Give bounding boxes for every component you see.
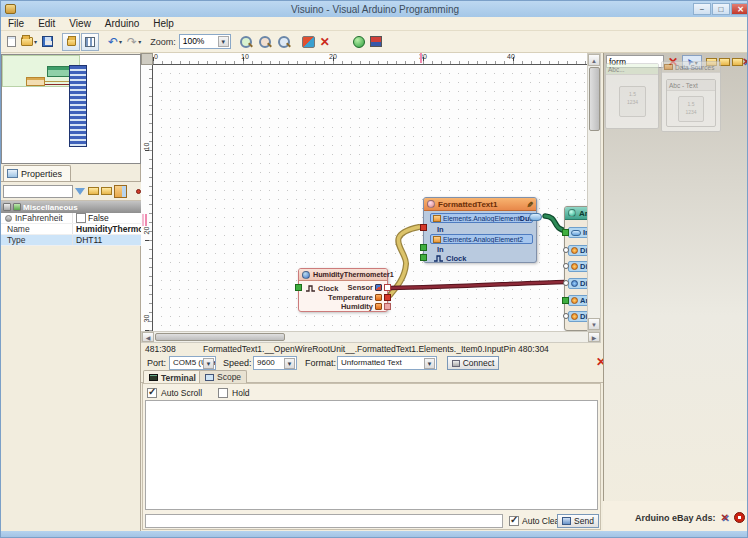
format-select[interactable]: Unformatted Text ▼ bbox=[337, 356, 437, 370]
arduino-serial-in-row[interactable]: In bbox=[568, 227, 587, 238]
arduino-analog-row[interactable]: Anal bbox=[568, 295, 587, 306]
vertical-scroll-thumb[interactable] bbox=[589, 67, 600, 131]
toggle-grid-button[interactable] bbox=[81, 33, 99, 51]
properties-filter-input[interactable] bbox=[3, 185, 73, 198]
wire-temperature-outline bbox=[390, 227, 419, 295]
zoom-in-button[interactable] bbox=[237, 33, 255, 51]
menu-view[interactable]: View bbox=[62, 18, 98, 29]
design-canvas[interactable]: FormattedText1 ✎ Elements.AnalogElement1… bbox=[153, 65, 587, 331]
element-analogelement2[interactable]: Elements.AnalogElement2 bbox=[430, 234, 533, 244]
build-upload-button[interactable] bbox=[300, 33, 317, 51]
maximize-button[interactable]: □ bbox=[712, 3, 730, 15]
terminal-output[interactable] bbox=[145, 400, 598, 510]
undo-icon: ↶ bbox=[108, 37, 118, 47]
arduino-digital-row[interactable]: Digit bbox=[568, 245, 587, 256]
menu-arduino[interactable]: Arduino bbox=[98, 18, 146, 29]
pin-label-in2: In bbox=[437, 245, 444, 254]
toggle-properties-button[interactable] bbox=[62, 33, 80, 51]
auto-scroll-checkbox[interactable] bbox=[147, 388, 157, 398]
wire-temperature-to-in[interactable] bbox=[390, 227, 419, 295]
canvas-horizontal-scrollbar[interactable]: ◀ ▶ bbox=[141, 331, 601, 343]
arduino-digital-pin[interactable] bbox=[563, 247, 569, 253]
title-bar: Visuino - Visual Arduino Programming − □… bbox=[1, 1, 748, 17]
property-group-header[interactable]: Miscellaneous bbox=[1, 201, 141, 213]
arduino-digital-pin[interactable] bbox=[563, 263, 569, 269]
input-pin-2[interactable] bbox=[420, 244, 427, 251]
block-header[interactable]: Ard bbox=[565, 207, 587, 220]
open-button[interactable]: ▾ bbox=[19, 33, 39, 51]
input-pin-1[interactable] bbox=[420, 224, 427, 231]
collapse-folder-icon[interactable] bbox=[101, 187, 112, 195]
save-button[interactable] bbox=[40, 33, 55, 51]
out-pin[interactable] bbox=[529, 213, 542, 221]
palette-group-data-sources[interactable]: Data Sources Abc - Text 1.51234 bbox=[661, 61, 721, 132]
palette-item-text[interactable]: Abc - Text 1.51234 bbox=[666, 79, 716, 127]
send-button[interactable]: Send bbox=[557, 514, 599, 528]
property-row-infahrenheit[interactable]: InFahrenheit False bbox=[1, 213, 141, 224]
scroll-right-arrow[interactable]: ▶ bbox=[588, 332, 600, 342]
delete-button[interactable]: ✕ bbox=[318, 33, 332, 51]
element-analogelement1[interactable]: Elements.AnalogElement1 bbox=[430, 213, 533, 223]
ads-tools-icon[interactable]: ✕ bbox=[721, 513, 729, 523]
arduino-digital-row[interactable]: Digit bbox=[568, 261, 587, 272]
screenshot-button[interactable] bbox=[368, 33, 384, 51]
tab-terminal[interactable]: Terminal bbox=[143, 370, 202, 384]
web-button[interactable] bbox=[351, 33, 367, 51]
tab-properties[interactable]: Properties bbox=[3, 165, 71, 181]
block-header[interactable]: HumidityThermometer1 bbox=[299, 269, 387, 281]
block-formattedtext1[interactable]: FormattedText1 ✎ Elements.AnalogElement1… bbox=[423, 197, 537, 263]
minimap-arduino-board bbox=[69, 65, 87, 147]
chevron-down-icon: ▼ bbox=[203, 358, 214, 369]
property-row-type[interactable]: Type DHT11 bbox=[1, 235, 141, 246]
arduino-digital-row[interactable]: Digit bbox=[568, 311, 587, 322]
minimize-button[interactable]: − bbox=[693, 3, 711, 15]
clock-pin[interactable] bbox=[420, 254, 427, 261]
terminal-options: Auto Scroll Hold bbox=[147, 388, 250, 398]
menu-help[interactable]: Help bbox=[146, 18, 181, 29]
menu-file[interactable]: File bbox=[1, 18, 31, 29]
new-button[interactable] bbox=[5, 33, 18, 51]
tab-scope[interactable]: Scope bbox=[199, 370, 247, 383]
property-row-name[interactable]: Name HumidityThermo... bbox=[1, 224, 141, 235]
category-view-icon[interactable] bbox=[114, 185, 127, 198]
block-arduino-board[interactable]: Ard In Digit Digit Digit Anal Digit bbox=[564, 206, 587, 331]
temperature-pin[interactable] bbox=[384, 294, 391, 301]
expand-folder-icon[interactable] bbox=[88, 187, 99, 195]
zoom-reset-button[interactable] bbox=[275, 33, 293, 51]
auto-clear-checkbox[interactable] bbox=[509, 516, 519, 526]
redo-button[interactable]: ↷▾ bbox=[125, 33, 143, 51]
horizontal-scroll-thumb[interactable] bbox=[155, 333, 285, 341]
connect-button[interactable]: Connect bbox=[447, 356, 499, 370]
scroll-left-arrow[interactable]: ◀ bbox=[142, 332, 154, 342]
arduino-analog-pin[interactable] bbox=[562, 297, 569, 304]
overview-minimap[interactable] bbox=[1, 54, 141, 164]
scroll-down-arrow[interactable]: ▼ bbox=[588, 318, 600, 330]
infahrenheit-checkbox[interactable] bbox=[76, 213, 86, 223]
edit-pencil-icon[interactable]: ✎ bbox=[525, 201, 534, 208]
humidity-pin[interactable] bbox=[384, 303, 391, 310]
port-select[interactable]: COM5 (Unav ▼ bbox=[169, 356, 216, 370]
arduino-digital-row[interactable]: Digit bbox=[568, 278, 587, 289]
arduino-digital-pin[interactable] bbox=[563, 313, 569, 319]
scroll-up-arrow[interactable]: ▲ bbox=[588, 54, 600, 66]
ads-record-icon[interactable] bbox=[734, 512, 745, 523]
menu-edit[interactable]: Edit bbox=[31, 18, 62, 29]
block-header[interactable]: FormattedText1 ✎ bbox=[424, 198, 536, 211]
clock-pin[interactable] bbox=[295, 284, 302, 291]
zoom-select[interactable]: 100%▼ bbox=[179, 34, 231, 49]
block-humiditythermometer1[interactable]: HumidityThermometer1 Clock Sensor Temper… bbox=[298, 268, 388, 312]
zoom-out-button[interactable] bbox=[256, 33, 274, 51]
arduino-digital-pin[interactable] bbox=[563, 280, 569, 286]
palette-thumbnail: 1.51234 bbox=[678, 96, 704, 122]
sensor-pin[interactable] bbox=[384, 284, 391, 291]
filter-funnel-icon[interactable] bbox=[75, 188, 85, 195]
palette-item-formatted-text[interactable]: Abc... 1.51234 bbox=[605, 63, 659, 129]
send-input[interactable] bbox=[145, 514, 503, 528]
wire-sensor-to-digital[interactable] bbox=[390, 282, 566, 288]
arduino-in-pin[interactable] bbox=[562, 229, 569, 236]
speed-select[interactable]: 9600 ▼ bbox=[253, 356, 297, 370]
canvas-vertical-scrollbar[interactable]: ▲ ▼ bbox=[587, 53, 601, 331]
undo-button[interactable]: ↶▾ bbox=[106, 33, 124, 51]
hold-checkbox[interactable] bbox=[218, 388, 228, 398]
close-button[interactable]: ✕ bbox=[731, 3, 748, 15]
